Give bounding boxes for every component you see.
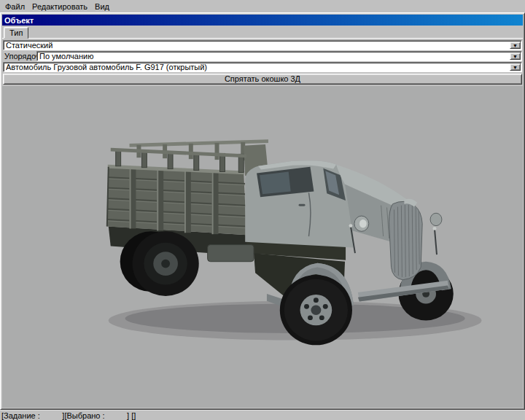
type-row: Статический ▼ (3, 40, 522, 50)
object-controls: Статический ▼ Упорядоч По умолчанию ▼ Ав… (2, 39, 523, 85)
truck-3d-model (2, 86, 523, 408)
status-text: [Задание : ][Выбрано : ] [] (1, 411, 136, 420)
menu-view[interactable]: Вид (91, 1, 113, 12)
truck-headlight-far (430, 213, 442, 254)
tab-strip: Тип (2, 26, 523, 39)
truck-cab (245, 160, 354, 247)
type-select-value: Статический (6, 42, 508, 50)
viewport-3d[interactable] (2, 86, 523, 408)
application-window: Файл Редактировать Вид Объект Тип Статич… (0, 0, 525, 420)
tab-type[interactable]: Тип (4, 27, 28, 39)
hide-3d-button[interactable]: Спрятать окошко 3Д (3, 74, 522, 85)
truck-fuel-tank (208, 245, 254, 262)
menu-bar: Файл Редактировать Вид (0, 0, 525, 12)
chevron-down-icon[interactable]: ▼ (510, 52, 521, 60)
title-bar[interactable]: Объект (2, 15, 523, 26)
menu-file[interactable]: Файл (1, 1, 28, 12)
object-window: Объект Тип Статический ▼ Упорядоч По умо… (0, 12, 525, 410)
truck-grille (389, 199, 423, 280)
chevron-down-icon[interactable]: ▼ (510, 42, 521, 49)
chevron-down-icon[interactable]: ▼ (510, 63, 521, 71)
order-select-value: По умолчанию (39, 52, 508, 61)
order-label: Упорядоч (3, 52, 36, 61)
truck-wheel-front (280, 275, 352, 345)
window-title: Объект (4, 16, 34, 25)
object-select[interactable]: Автомобиль Грузовой автомобиль F. G917 (… (3, 62, 522, 72)
truck-bed-side (107, 148, 246, 235)
object-select-value: Автомобиль Грузовой автомобиль F. G917 (… (6, 63, 508, 71)
type-select[interactable]: Статический ▼ (3, 40, 522, 50)
order-select[interactable]: По умолчанию ▼ (36, 51, 522, 61)
status-bar: [Задание : ][Выбрано : ] [] (0, 410, 525, 420)
truck-wheel-rear (120, 231, 199, 296)
menu-edit[interactable]: Редактировать (28, 1, 91, 12)
object-row: Автомобиль Грузовой автомобиль F. G917 (… (3, 62, 522, 72)
order-row: Упорядоч По умолчанию ▼ (3, 51, 522, 61)
